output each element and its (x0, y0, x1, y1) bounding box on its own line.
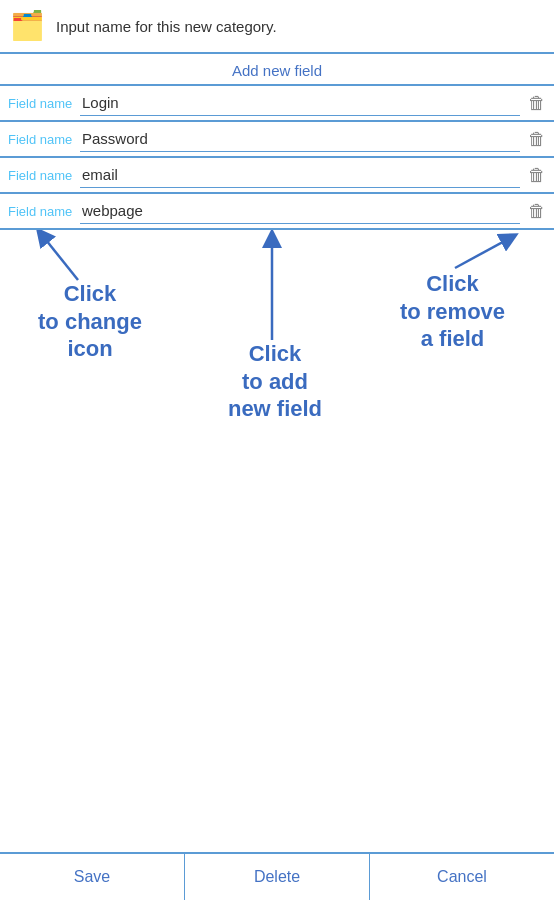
field-label-2: Field name (8, 168, 80, 183)
field-input-1[interactable] (80, 126, 520, 152)
header-placeholder: Input name for this new category. (56, 18, 277, 35)
field-row-2: Field name 🗑 (0, 158, 554, 194)
header: 🗂️ Input name for this new category. (0, 0, 554, 54)
field-input-2[interactable] (80, 162, 520, 188)
annotation-area: Clickto changeicon Clickto addnew field … (0, 230, 554, 610)
field-row-1: Field name 🗑 (0, 122, 554, 158)
footer: Save Delete Cancel (0, 852, 554, 900)
annotation-change-icon: Clickto changeicon (20, 280, 160, 363)
field-label-0: Field name (8, 96, 80, 111)
save-button[interactable]: Save (0, 854, 185, 900)
field-label-1: Field name (8, 132, 80, 147)
field-row-3: Field name 🗑 (0, 194, 554, 230)
field-row-0: Field name 🗑 (0, 86, 554, 122)
add-new-field-row: Add new field (0, 54, 554, 86)
cancel-button[interactable]: Cancel (370, 854, 554, 900)
delete-icon-3[interactable]: 🗑 (528, 201, 546, 222)
category-icon[interactable]: 🗂️ (10, 8, 46, 44)
delete-icon-2[interactable]: 🗑 (528, 165, 546, 186)
delete-icon-1[interactable]: 🗑 (528, 129, 546, 150)
field-label-3: Field name (8, 204, 80, 219)
annotation-add-field: Clickto addnew field (195, 340, 355, 423)
svg-line-0 (42, 235, 78, 280)
field-input-3[interactable] (80, 198, 520, 224)
delete-button[interactable]: Delete (185, 854, 370, 900)
delete-icon-0[interactable]: 🗑 (528, 93, 546, 114)
svg-line-2 (455, 238, 510, 268)
add-new-field-link[interactable]: Add new field (232, 62, 322, 79)
field-input-0[interactable] (80, 90, 520, 116)
annotation-remove-field: Clickto removea field (370, 270, 535, 353)
